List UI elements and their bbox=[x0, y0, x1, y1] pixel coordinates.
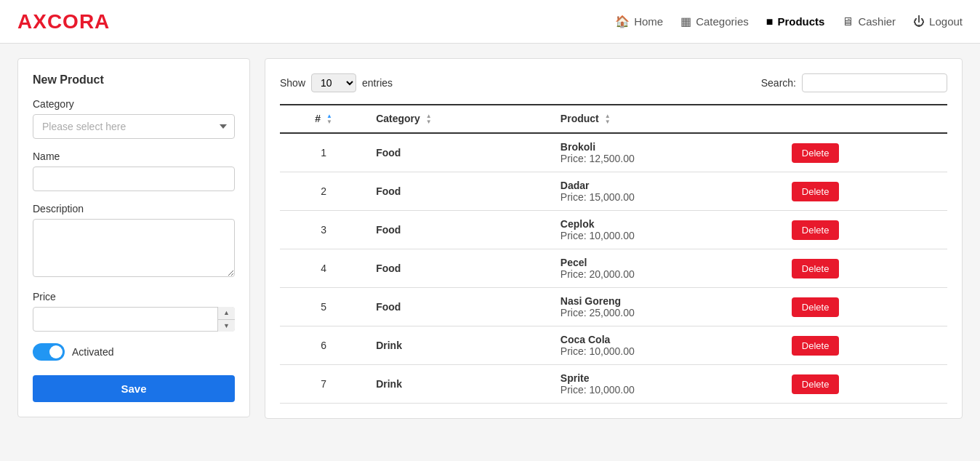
table-row: 5 Food Nasi Goreng Price: 25,000.00 Dele… bbox=[280, 288, 947, 326]
table-row: 7 Drink Sprite Price: 10,000.00 Delete bbox=[280, 365, 947, 404]
price-group: Price ▲ ▼ bbox=[33, 291, 235, 332]
product-price: Price: 10,000.00 bbox=[561, 345, 774, 357]
col-num-sort: ▲▼ bbox=[326, 113, 332, 125]
product-price: Price: 10,000.00 bbox=[561, 230, 774, 241]
home-icon: 🏠 bbox=[615, 15, 630, 28]
price-input-wrap: ▲ ▼ bbox=[33, 307, 235, 332]
search-group: Search: bbox=[761, 73, 947, 92]
product-name: Dadar bbox=[561, 180, 774, 191]
entries-label: entries bbox=[362, 77, 393, 89]
product-price: Price: 20,000.00 bbox=[561, 268, 774, 280]
table-controls: Show 10 25 50 100 entries Search: bbox=[280, 73, 947, 92]
product-name: Nasi Goreng bbox=[561, 295, 774, 307]
product-price: Price: 12,500.00 bbox=[561, 153, 774, 164]
activated-row: Activated bbox=[33, 343, 235, 361]
row-action: Delete bbox=[783, 211, 947, 249]
row-category: Food bbox=[367, 133, 552, 172]
entries-select[interactable]: 10 25 50 100 bbox=[311, 73, 356, 92]
product-name: Sprite bbox=[561, 372, 774, 384]
row-num: 5 bbox=[280, 288, 367, 326]
nav-home[interactable]: 🏠 Home bbox=[615, 15, 663, 28]
product-price: Price: 25,000.00 bbox=[561, 307, 774, 318]
col-num: # ▲▼ bbox=[280, 105, 367, 133]
price-spinners: ▲ ▼ bbox=[217, 307, 235, 332]
nav-menu: 🏠 Home ▦ Categories ■ Products 🖥 Cashier… bbox=[615, 15, 963, 28]
nav-logout[interactable]: ⏻ Logout bbox=[913, 15, 963, 28]
product-name: Ceplok bbox=[561, 218, 774, 230]
row-action: Delete bbox=[783, 365, 947, 404]
price-up-button[interactable]: ▲ bbox=[218, 307, 235, 320]
toggle-slider bbox=[33, 343, 65, 361]
row-product: Sprite Price: 10,000.00 bbox=[552, 365, 783, 404]
col-product-sort: ▲▼ bbox=[605, 113, 611, 125]
name-label: Name bbox=[33, 151, 235, 162]
row-product: Nasi Goreng Price: 25,000.00 bbox=[552, 288, 783, 326]
row-num: 1 bbox=[280, 133, 367, 172]
delete-button[interactable]: Delete bbox=[792, 374, 840, 394]
brand-logo: AXCORA bbox=[17, 10, 110, 33]
row-product: Pecel Price: 20,000.00 bbox=[552, 249, 783, 288]
table-row: 4 Food Pecel Price: 20,000.00 Delete bbox=[280, 249, 947, 288]
nav-cashier-label: Cashier bbox=[858, 15, 896, 28]
row-action: Delete bbox=[783, 133, 947, 172]
show-label: Show bbox=[280, 77, 305, 89]
search-input[interactable] bbox=[802, 73, 947, 92]
row-num: 3 bbox=[280, 211, 367, 249]
product-name: Pecel bbox=[561, 257, 774, 268]
products-icon: ■ bbox=[766, 15, 774, 28]
row-product: Coca Cola Price: 10,000.00 bbox=[552, 326, 783, 365]
table-header-row: # ▲▼ Category ▲▼ Product bbox=[280, 105, 947, 133]
activated-toggle[interactable] bbox=[33, 343, 65, 361]
name-input[interactable] bbox=[33, 167, 235, 191]
description-textarea[interactable] bbox=[33, 219, 235, 277]
delete-button[interactable]: Delete bbox=[792, 143, 840, 163]
row-num: 6 bbox=[280, 326, 367, 365]
category-label: Category bbox=[33, 98, 235, 110]
nav-products[interactable]: ■ Products bbox=[766, 15, 825, 28]
row-action: Delete bbox=[783, 172, 947, 211]
delete-button[interactable]: Delete bbox=[792, 220, 840, 240]
col-category-sort: ▲▼ bbox=[426, 113, 432, 125]
row-product: Ceplok Price: 10,000.00 bbox=[552, 211, 783, 249]
delete-button[interactable]: Delete bbox=[792, 297, 840, 317]
name-group: Name bbox=[33, 151, 235, 191]
show-entries: Show 10 25 50 100 entries bbox=[280, 73, 393, 92]
col-category: Category ▲▼ bbox=[367, 105, 552, 133]
product-name: Brokoli bbox=[561, 141, 774, 153]
product-table-area: Show 10 25 50 100 entries Search: # bbox=[265, 58, 963, 419]
products-table: # ▲▼ Category ▲▼ Product bbox=[280, 104, 947, 404]
row-action: Delete bbox=[783, 249, 947, 288]
product-price: Price: 10,000.00 bbox=[561, 384, 774, 396]
price-down-button[interactable]: ▼ bbox=[218, 320, 235, 332]
nav-categories[interactable]: ▦ Categories bbox=[680, 15, 749, 28]
table-row: 6 Drink Coca Cola Price: 10,000.00 Delet… bbox=[280, 326, 947, 365]
row-category: Food bbox=[367, 211, 552, 249]
price-label: Price bbox=[33, 291, 235, 302]
table-row: 1 Food Brokoli Price: 12,500.00 Delete bbox=[280, 133, 947, 172]
nav-cashier[interactable]: 🖥 Cashier bbox=[842, 15, 896, 28]
row-num: 2 bbox=[280, 172, 367, 211]
nav-home-label: Home bbox=[634, 15, 663, 28]
nav-categories-label: Categories bbox=[696, 15, 749, 28]
row-category: Food bbox=[367, 249, 552, 288]
row-num: 4 bbox=[280, 249, 367, 288]
search-label: Search: bbox=[761, 77, 796, 89]
main-container: New Product Category Please select here … bbox=[0, 44, 980, 433]
save-button[interactable]: Save bbox=[33, 375, 235, 402]
delete-button[interactable]: Delete bbox=[792, 336, 840, 356]
product-price: Price: 15,000.00 bbox=[561, 191, 774, 203]
form-title: New Product bbox=[33, 73, 235, 87]
nav-logout-label: Logout bbox=[929, 15, 963, 28]
category-select[interactable]: Please select here bbox=[33, 114, 235, 139]
row-num: 7 bbox=[280, 365, 367, 404]
delete-button[interactable]: Delete bbox=[792, 182, 840, 201]
delete-button[interactable]: Delete bbox=[792, 259, 840, 278]
price-input[interactable] bbox=[33, 307, 235, 332]
col-product: Product ▲▼ bbox=[552, 105, 783, 133]
activated-label: Activated bbox=[72, 346, 114, 358]
description-group: Description bbox=[33, 203, 235, 279]
categories-icon: ▦ bbox=[680, 15, 691, 28]
row-action: Delete bbox=[783, 326, 947, 365]
row-product: Dadar Price: 15,000.00 bbox=[552, 172, 783, 211]
category-group: Category Please select here bbox=[33, 98, 235, 139]
